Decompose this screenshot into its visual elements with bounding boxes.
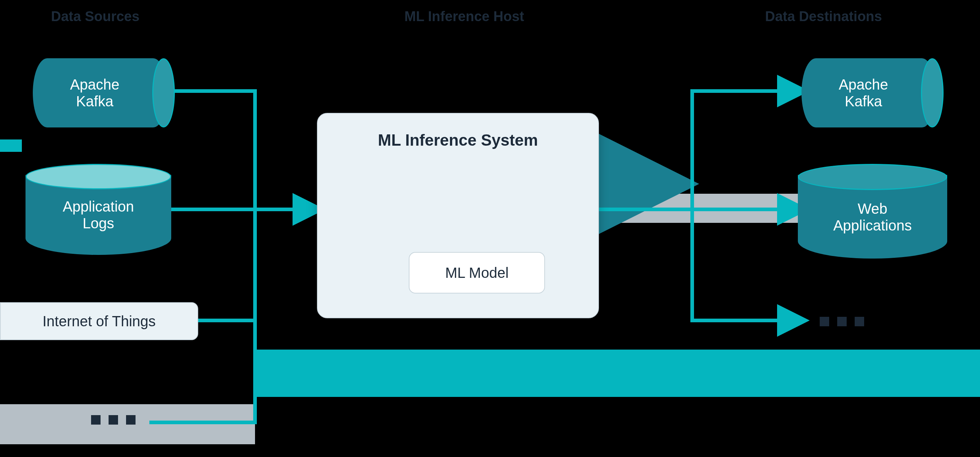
ml-model-box: ML Model bbox=[409, 252, 545, 294]
source-iot-label: Internet of Things bbox=[43, 313, 156, 330]
dest-web-apps-label: Web Applications bbox=[798, 200, 947, 234]
dest-kafka: Apache Kafka bbox=[802, 58, 943, 127]
ellipsis-left bbox=[91, 415, 135, 425]
dest-kafka-label: Apache Kafka bbox=[802, 76, 925, 109]
source-iot: Internet of Things bbox=[0, 302, 198, 340]
header-sources: Data Sources bbox=[51, 9, 140, 24]
ellipsis-right bbox=[820, 317, 864, 326]
header-destinations: Data Destinations bbox=[765, 9, 882, 24]
source-kafka-label: Apache Kafka bbox=[33, 76, 157, 109]
source-app-logs-label: Application Logs bbox=[25, 198, 171, 232]
source-kafka: Apache Kafka bbox=[33, 58, 175, 127]
bottom-band bbox=[255, 349, 980, 397]
source-app-logs: Application Logs bbox=[25, 164, 171, 255]
header-host: ML Inference Host bbox=[404, 9, 524, 24]
ml-model-label: ML Model bbox=[445, 265, 509, 281]
dest-web-apps: Web Applications bbox=[798, 164, 947, 259]
slab-right-mid bbox=[597, 194, 816, 223]
inference-card-title: ML Inference System bbox=[318, 131, 598, 149]
inference-card: ML Inference System ML Model bbox=[317, 113, 599, 318]
